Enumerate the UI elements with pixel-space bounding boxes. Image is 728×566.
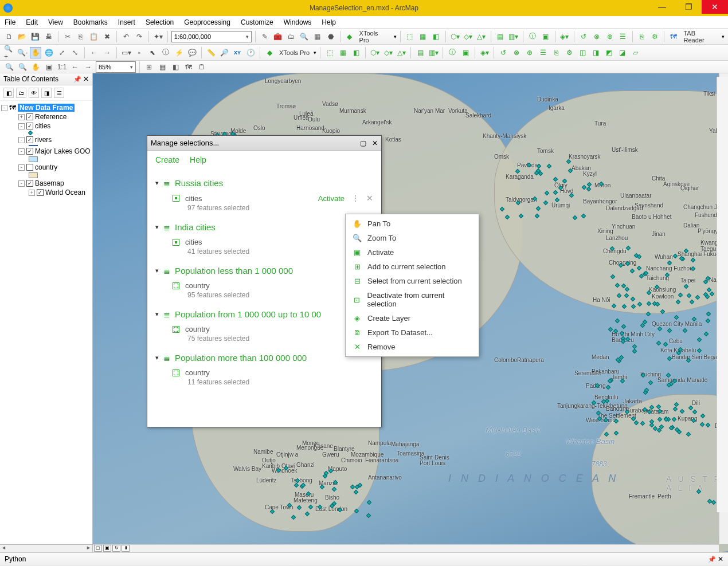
list-by-visibility-icon[interactable]: 👁 xyxy=(29,88,39,98)
forward-icon[interactable]: → xyxy=(101,47,113,58)
xt-b12[interactable]: ↺ xyxy=(578,31,589,42)
back-icon[interactable]: ← xyxy=(88,47,100,58)
xt2-b7[interactable]: ▤ xyxy=(414,47,426,58)
refresh-icon[interactable]: ↻ xyxy=(112,545,120,552)
ms-dock-icon[interactable]: ▢ xyxy=(360,139,366,147)
redo-icon[interactable]: ↷ xyxy=(134,31,145,42)
l-100-icon[interactable]: 1:1 xyxy=(56,61,68,73)
data-view-tab[interactable]: ▢ xyxy=(94,545,102,552)
expand-icon[interactable]: ▾ xyxy=(155,179,159,187)
xt-b2[interactable]: ▦ xyxy=(417,31,429,42)
python-icon[interactable]: ▦ xyxy=(312,31,323,42)
scale-combo[interactable]: 1:60,000,000 xyxy=(171,31,252,42)
editor-icon[interactable]: ✎ xyxy=(259,31,271,42)
xy-icon[interactable]: XY xyxy=(232,47,243,58)
expand-icon[interactable]: ▾ xyxy=(155,310,159,318)
copy-icon[interactable]: ⎘ xyxy=(75,31,87,42)
selection-title[interactable]: ▾ ≣ India cities xyxy=(155,219,373,235)
xt2-b10[interactable]: ▣ xyxy=(460,47,471,58)
xt2-b14[interactable]: ⊕ xyxy=(524,47,535,58)
tab-ico[interactable]: 🗺 xyxy=(668,31,679,42)
l-zoomin-icon[interactable]: 🔍 xyxy=(3,61,15,73)
zoom-in-icon[interactable]: 🔍+ xyxy=(3,47,15,58)
xt2-b15[interactable]: ☰ xyxy=(537,47,549,58)
xt2-b2[interactable]: ▦ xyxy=(337,47,349,58)
l-b3[interactable]: ◧ xyxy=(170,61,181,73)
toolbox-icon[interactable]: 🧰 xyxy=(272,31,284,42)
l-b5[interactable]: 🗒 xyxy=(196,61,208,73)
selection-layer-row[interactable]: cities xyxy=(155,235,373,247)
selection-title[interactable]: ▾ ≣ Population from 1 000 000 up to 10 0… xyxy=(155,306,373,323)
layout-view-tab[interactable]: ▣ xyxy=(103,545,111,552)
list-by-source-icon[interactable]: 🗂 xyxy=(16,88,26,98)
menu-windows[interactable]: Windows xyxy=(284,18,312,26)
list-by-selection-icon[interactable]: ◨ xyxy=(41,88,52,98)
selection-layer-row[interactable]: cities Activate⋮✕ xyxy=(155,191,373,204)
xt-b8[interactable]: ▥▾ xyxy=(508,31,519,42)
l-fwd-icon[interactable]: → xyxy=(83,61,94,73)
expand-icon[interactable]: ▾ xyxy=(155,223,159,231)
pin-icon[interactable]: 📌 xyxy=(73,76,81,82)
selection-title[interactable]: ▾ ≣ Population less than 1 000 000 xyxy=(155,262,373,279)
toggle-icon[interactable]: - xyxy=(1,105,7,111)
xt2-b17[interactable]: ⚙ xyxy=(563,47,575,58)
context-menu-item[interactable]: ◈Create Layer xyxy=(346,311,479,325)
toggle-icon[interactable]: + xyxy=(18,114,25,120)
l-back-icon[interactable]: ← xyxy=(69,61,81,73)
menu-edit[interactable]: Edit xyxy=(26,18,38,26)
more-icon[interactable]: ⋮ xyxy=(351,194,359,203)
right-dock-strip[interactable] xyxy=(717,77,728,512)
pointer-icon[interactable]: ⬉ xyxy=(147,47,158,58)
python-bar[interactable]: Python 📌 ✕ xyxy=(0,552,728,565)
ms-titlebar[interactable]: Manage selections... ▢ ✕ xyxy=(147,136,381,151)
full-extent-icon[interactable]: 🌐 xyxy=(43,47,54,58)
xt2-b20[interactable]: ◩ xyxy=(603,47,615,58)
xt-b13[interactable]: ⊗ xyxy=(591,31,602,42)
tree-item[interactable]: - Major Lakes GOO xyxy=(1,147,91,156)
xt-b10[interactable]: ▣ xyxy=(540,31,551,42)
fixed-zoom-out-icon[interactable]: ⤡ xyxy=(69,47,81,58)
tree-item[interactable]: - rivers xyxy=(1,135,91,144)
xt2-b18[interactable]: ◫ xyxy=(577,47,588,58)
layout-zoom-combo[interactable]: 85% xyxy=(96,61,136,73)
xt2-b1[interactable]: ⬚ xyxy=(324,47,335,58)
l-whole-icon[interactable]: ▣ xyxy=(43,61,54,73)
checkbox[interactable] xyxy=(37,189,44,196)
ms-close-icon[interactable]: ✕ xyxy=(372,139,378,147)
context-menu-item[interactable]: ✕Remove xyxy=(346,340,479,354)
xt2-b16[interactable]: ⎘ xyxy=(550,47,562,58)
xtools-label[interactable]: XTools Pro xyxy=(357,30,392,44)
xt2-b8[interactable]: ▥▾ xyxy=(428,47,439,58)
toggle-icon[interactable]: - xyxy=(18,148,25,155)
fixed-zoom-in-icon[interactable]: ⤢ xyxy=(56,47,68,58)
xt2-b6[interactable]: △▾ xyxy=(396,47,407,58)
xtools-icon[interactable]: ◆ xyxy=(344,31,355,42)
print-icon[interactable]: 🖶 xyxy=(43,31,54,42)
catalog-icon[interactable]: 🗂 xyxy=(285,31,297,42)
expand-icon[interactable]: ▾ xyxy=(155,354,159,361)
context-menu-item[interactable]: ⊞Add to current selection xyxy=(346,260,479,274)
l-b4[interactable]: 🗺 xyxy=(183,61,194,73)
toggle-icon[interactable]: - xyxy=(18,164,25,171)
menu-selection[interactable]: Selection xyxy=(146,18,174,26)
save-icon[interactable]: 💾 xyxy=(30,31,41,42)
xt2-b4[interactable]: ⬡▾ xyxy=(369,47,381,58)
xt2-b22[interactable]: ▱ xyxy=(629,47,641,58)
tree-item[interactable]: - cities xyxy=(1,121,91,131)
xt2-b19[interactable]: ◨ xyxy=(590,47,601,58)
xt2-b11[interactable]: ◈▾ xyxy=(479,47,490,58)
expand-icon[interactable]: ▾ xyxy=(155,267,159,274)
xt2-icon[interactable]: ◆ xyxy=(264,47,275,58)
html-popup-icon[interactable]: 💬 xyxy=(186,47,198,58)
toggle-icon[interactable]: + xyxy=(29,190,35,196)
context-menu-item[interactable]: 🔍Zoom To xyxy=(346,231,479,245)
minimize-button[interactable]: — xyxy=(649,0,675,14)
context-menu-item[interactable]: ⊡Deactivate from current selection xyxy=(346,288,479,311)
checkbox[interactable] xyxy=(26,180,33,187)
selection-layer-row[interactable]: country xyxy=(155,279,373,291)
options-icon[interactable]: ☰ xyxy=(54,88,64,98)
selection-title[interactable]: ▾ ≣ Population more than 100 000 000 xyxy=(155,349,373,366)
xt2-b21[interactable]: ◪ xyxy=(616,47,628,58)
menu-geoprocessing[interactable]: Geoprocessing xyxy=(184,18,230,26)
xt2-b5[interactable]: ◇▾ xyxy=(382,47,394,58)
